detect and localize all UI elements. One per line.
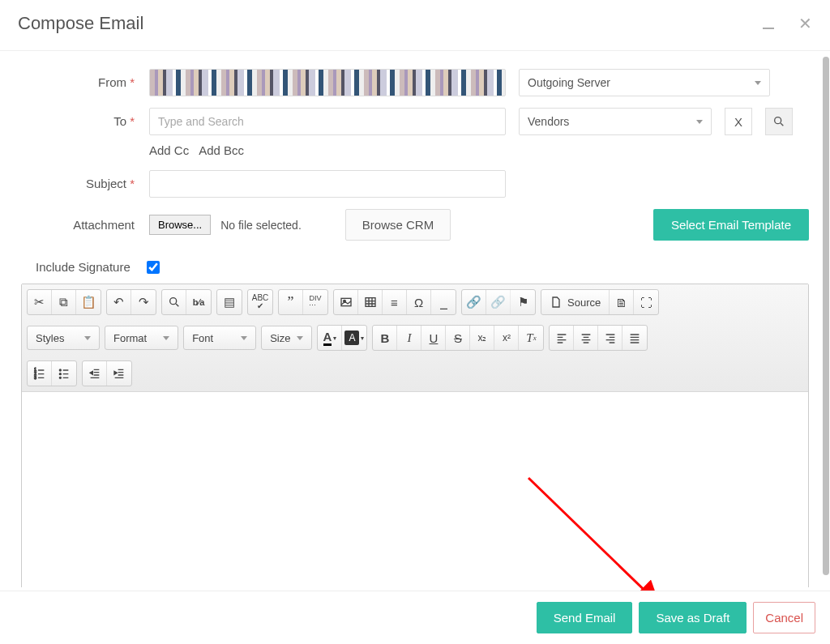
svg-point-35 (59, 377, 61, 378)
group-clipboard: ✂ ⧉ 📋 (27, 289, 101, 315)
browse-crm-button[interactable]: Browse CRM (345, 209, 451, 241)
module-select-label: Vendors (528, 115, 569, 128)
bgcolor-button[interactable]: A▾ (342, 326, 366, 350)
size-label: Size (270, 332, 290, 344)
replace-button[interactable]: b⁄a (186, 290, 211, 314)
outdent-icon (88, 367, 101, 380)
subscript-button[interactable]: x₂ (470, 326, 494, 350)
outdent-button[interactable] (83, 361, 107, 386)
subject-input[interactable] (149, 170, 506, 198)
specialchar-button[interactable]: Ω (407, 290, 431, 314)
table-button[interactable] (358, 290, 383, 314)
group-select: ▤ (216, 289, 242, 315)
group-blocks: ” DIV⋯ (278, 289, 328, 315)
source-button[interactable]: Source (541, 290, 610, 314)
underline-button[interactable]: U (421, 326, 446, 350)
to-input[interactable] (149, 108, 506, 135)
compose-email-modal: Compose Email ✕ From * Outgoing Server T… (0, 0, 830, 644)
format-label: Format (113, 332, 147, 344)
modal-title: Compose Email (18, 13, 143, 34)
chevron-down-icon (755, 81, 761, 85)
align-right-button[interactable] (598, 326, 622, 350)
cancel-button[interactable]: Cancel (753, 602, 815, 633)
group-insert: ≡ Ω ⎯ (333, 289, 456, 315)
redo-button[interactable]: ↷ (131, 290, 156, 314)
paste-button[interactable]: 📋 (76, 290, 101, 314)
anchor-button[interactable]: ⚑ (511, 290, 535, 314)
cc-links: Add Cc Add Bcc (149, 143, 809, 157)
editor-toolbar: ✂ ⧉ 📋 ↶ ↷ b⁄a ▤ ABC✔ (22, 284, 808, 392)
numberlist-button[interactable]: 123 (28, 361, 52, 386)
pagebreak-button[interactable]: ⎯ (431, 290, 456, 314)
maximize-button[interactable]: ⛶ (634, 290, 658, 314)
svg-marker-48 (114, 371, 117, 374)
source-label: Source (567, 296, 601, 309)
clear-recipient-button[interactable]: X (725, 108, 752, 135)
font-dropdown[interactable]: Font (183, 326, 256, 350)
div-button[interactable]: DIV⋯ (303, 290, 327, 314)
chevron-down-icon (297, 336, 303, 340)
search-icon (168, 296, 181, 309)
outgoing-server-select[interactable]: Outgoing Server (519, 69, 770, 96)
include-signature-label: Include Signature (36, 260, 130, 274)
superscript-button[interactable]: x² (494, 326, 519, 350)
size-dropdown[interactable]: Size (261, 326, 312, 350)
add-bcc-link[interactable]: Add Bcc (199, 143, 244, 157)
link-button[interactable]: 🔗 (462, 290, 486, 314)
no-file-label: No file selected. (220, 219, 302, 232)
editor-body[interactable] (22, 392, 808, 587)
undo-button[interactable]: ↶ (107, 290, 131, 314)
spellcheck-button[interactable]: ABC✔ (248, 290, 272, 314)
lookup-button[interactable] (765, 108, 793, 135)
svg-text:3: 3 (34, 376, 36, 380)
group-align (549, 325, 648, 351)
minimize-icon[interactable] (763, 28, 774, 29)
removeformat-button[interactable]: Tx (519, 326, 543, 350)
select-template-button[interactable]: Select Email Template (653, 209, 809, 241)
cut-button[interactable]: ✂ (28, 290, 52, 314)
styles-dropdown[interactable]: Styles (27, 326, 100, 350)
selectall-button[interactable]: ▤ (217, 290, 242, 314)
row-from: From * Outgoing Server (21, 69, 809, 96)
align-left-icon (555, 331, 568, 344)
format-dropdown[interactable]: Format (105, 326, 178, 350)
group-color: A▾ A▾ (317, 325, 367, 351)
save-draft-button[interactable]: Save as Draft (639, 602, 747, 633)
align-center-button[interactable] (574, 326, 598, 350)
align-justify-button[interactable] (622, 326, 647, 350)
label-subject: Subject * (21, 170, 135, 190)
row-include-signature: Include Signature (21, 260, 809, 274)
bulletlist-button[interactable] (52, 361, 76, 386)
indent-button[interactable] (107, 361, 131, 386)
chevron-down-icon (241, 336, 247, 340)
scroll-thumb[interactable] (823, 57, 829, 575)
svg-point-33 (59, 369, 61, 371)
italic-button[interactable]: I (397, 326, 421, 350)
vertical-scrollbar[interactable] (823, 57, 829, 571)
from-address-redacted[interactable] (149, 69, 506, 96)
hr-button[interactable]: ≡ (383, 290, 407, 314)
bold-button[interactable]: B (373, 326, 397, 350)
subject-fields (149, 170, 809, 198)
align-left-button[interactable] (550, 326, 574, 350)
group-undo: ↶ ↷ (106, 289, 156, 315)
preview-button[interactable]: 🗎 (610, 290, 634, 314)
add-cc-link[interactable]: Add Cc (149, 143, 189, 157)
copy-button[interactable]: ⧉ (52, 290, 76, 314)
strike-button[interactable]: S (446, 326, 470, 350)
bgcolor-icon: A (344, 331, 359, 345)
unlink-button[interactable]: 🔗 (486, 290, 511, 314)
label-attachment: Attachment (21, 218, 135, 232)
find-button[interactable] (162, 290, 186, 314)
browse-file-button[interactable]: Browse... (149, 215, 211, 235)
module-select[interactable]: Vendors (519, 108, 712, 135)
label-to: To * (21, 108, 135, 128)
include-signature-checkbox[interactable] (147, 261, 160, 274)
modal-body: From * Outgoing Server To * Vendors X (0, 51, 830, 587)
textcolor-button[interactable]: A▾ (318, 326, 342, 350)
send-email-button[interactable]: Send Email (537, 602, 633, 633)
outgoing-server-label: Outgoing Server (528, 76, 610, 89)
image-button[interactable] (334, 290, 358, 314)
blockquote-button[interactable]: ” (279, 290, 303, 314)
close-icon[interactable]: ✕ (798, 14, 812, 33)
